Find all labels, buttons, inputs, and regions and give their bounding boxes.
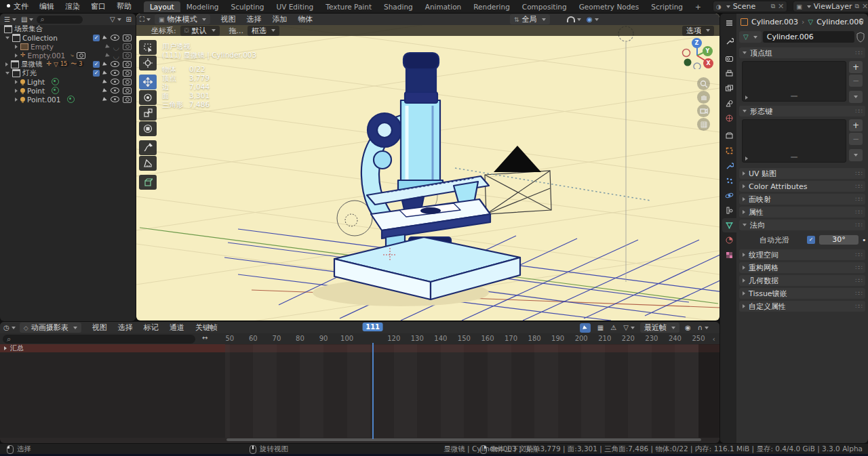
outliner-row-light[interactable]: Light xyxy=(0,77,136,86)
render-icon[interactable] xyxy=(123,70,132,77)
tab-animation[interactable]: Animation xyxy=(419,1,468,12)
zoom-button[interactable] xyxy=(697,77,710,90)
auto-smooth-checkbox[interactable]: ✓ xyxy=(807,236,815,244)
axis-y-handle[interactable]: Y xyxy=(703,46,713,56)
playhead[interactable] xyxy=(372,343,374,439)
perspective-toggle-button[interactable] xyxy=(697,118,710,131)
breadcrumb-object[interactable]: Cylinder.003 xyxy=(751,18,798,26)
options-button[interactable]: 选项 xyxy=(682,26,714,36)
panel-remesh[interactable]: 重构网格∷∷ xyxy=(739,262,865,273)
current-frame-badge[interactable]: 111 xyxy=(362,323,383,331)
menu-file[interactable]: 文件 xyxy=(8,1,34,12)
coord-dropdown[interactable]: ⛋默认 xyxy=(180,26,220,36)
tab-scripting[interactable]: Scripting xyxy=(645,1,689,12)
hide-icon[interactable] xyxy=(111,70,119,76)
tab-shading[interactable]: Shading xyxy=(378,1,419,12)
outliner-row-collection[interactable]: Collection ✓ xyxy=(0,33,136,42)
pin-icon[interactable] xyxy=(857,18,865,26)
expand-icon[interactable] xyxy=(15,80,18,84)
vertex-groups-list[interactable]: ══ xyxy=(742,61,846,102)
tool-transform[interactable] xyxy=(139,121,157,136)
animate-dot[interactable]: • xyxy=(862,236,867,245)
camera-view-button[interactable] xyxy=(697,104,710,117)
tab-output[interactable] xyxy=(722,66,736,81)
tool-scale[interactable] xyxy=(139,106,157,121)
outliner-row-point-001[interactable]: Point.001 xyxy=(0,95,136,104)
tab-layout[interactable]: Layout xyxy=(144,1,180,12)
filter-icon[interactable]: ▽ xyxy=(623,324,635,331)
outliner-search-input[interactable]: ⌕ xyxy=(37,16,83,24)
menu-render[interactable]: 渲染 xyxy=(60,1,85,12)
row-label[interactable]: 场景集合 xyxy=(14,24,43,34)
panel-attributes[interactable]: 属性∷∷ xyxy=(739,207,865,217)
tab-object-data[interactable] xyxy=(722,218,736,232)
row-label[interactable]: 灯光 xyxy=(22,68,37,78)
outliner-row-microscope[interactable]: 显微镜 ✛ ▽ 15 〜 3 ✓ xyxy=(0,60,136,68)
fake-user-shield-icon[interactable] xyxy=(856,32,865,43)
list-filter-toggle[interactable] xyxy=(745,96,748,100)
panel-color-attributes[interactable]: Color Attributes∷∷ xyxy=(739,181,865,192)
tab-constraints[interactable] xyxy=(722,203,736,217)
remove-viewlayer-icon[interactable]: ✕ xyxy=(862,2,868,11)
add-vertex-group-button[interactable]: + xyxy=(849,61,863,73)
tab-material[interactable] xyxy=(722,233,736,247)
expand-icon[interactable] xyxy=(15,54,18,58)
row-label[interactable]: Empty xyxy=(31,43,54,51)
row-label[interactable]: Light xyxy=(27,78,45,86)
outliner-row-empty[interactable]: Empty ◡ xyxy=(0,42,136,51)
panel-face-maps[interactable]: 面映射∷∷ xyxy=(739,194,865,205)
menu-channel[interactable]: 通道 xyxy=(164,323,190,333)
tab-compositing[interactable]: Compositing xyxy=(516,1,573,12)
new-viewlayer-icon[interactable]: ⧉ xyxy=(855,3,859,10)
selectable-icon[interactable] xyxy=(102,70,108,76)
tab-collection[interactable] xyxy=(722,129,736,143)
new-collection-icon[interactable]: ⊞ xyxy=(126,16,132,23)
tab-particles[interactable] xyxy=(722,173,736,188)
shape-key-specials-button[interactable] xyxy=(849,149,863,161)
tool-select-box[interactable] xyxy=(139,40,157,55)
add-shape-key-button[interactable]: + xyxy=(849,119,863,131)
render-icon[interactable] xyxy=(123,87,132,94)
expand-icon[interactable] xyxy=(15,45,18,49)
shape-keys-list[interactable]: ══ xyxy=(742,119,846,163)
proportional-edit-icon[interactable]: ◉ xyxy=(685,324,691,331)
new-scene-icon[interactable]: ⧉ xyxy=(771,3,775,10)
expand-icon[interactable] xyxy=(5,37,9,39)
panel-vertex-groups[interactable]: 顶点组∷∷ xyxy=(739,47,865,58)
tab-uv-editing[interactable]: UV Editing xyxy=(271,1,320,12)
pan-button[interactable] xyxy=(697,91,710,104)
editor-type-icon[interactable]: ⛶ xyxy=(140,16,151,24)
auto-smooth-angle-field[interactable]: 30° xyxy=(819,235,859,245)
tab-render[interactable] xyxy=(722,51,736,66)
tool-rotate[interactable] xyxy=(139,90,157,105)
row-label[interactable]: Point.001 xyxy=(27,96,60,104)
menu-select[interactable]: 选择 xyxy=(113,323,138,333)
selectable-icon[interactable] xyxy=(102,62,108,67)
menu-view[interactable]: 视图 xyxy=(87,323,113,333)
panel-tissue[interactable]: Tissue镶嵌∷∷ xyxy=(739,288,865,299)
row-label[interactable]: Collection xyxy=(22,34,58,42)
panel-geometry-data[interactable]: 几何数据∷∷ xyxy=(739,275,865,286)
collection-checkbox[interactable]: ✓ xyxy=(93,61,100,68)
tab-view-layer[interactable] xyxy=(722,81,736,96)
panel-shape-keys[interactable]: 形态键∷∷ xyxy=(739,106,865,117)
tab-modeling[interactable]: Modeling xyxy=(180,1,225,12)
breadcrumb-data[interactable]: Cylinder.006 xyxy=(816,18,863,26)
remove-shape-key-button[interactable]: − xyxy=(849,133,863,145)
tab-geometry-nodes[interactable]: Geometry Nodes xyxy=(573,1,646,12)
expand-icon[interactable] xyxy=(5,62,8,66)
tab-scene[interactable] xyxy=(722,96,736,110)
tab-modifiers[interactable] xyxy=(722,159,736,173)
hide-icon[interactable] xyxy=(111,79,119,85)
outliner-row-empty-001[interactable]: ✛ Empty.001 ⤷ ◡ xyxy=(0,51,136,60)
tab-object[interactable] xyxy=(722,144,736,158)
render-icon[interactable] xyxy=(123,96,132,103)
vertex-group-specials-button[interactable] xyxy=(849,91,863,103)
viewport-canvas[interactable]: 用户透视 (111) 显微镜 | Cylinder.003 物体0/22 顶点3… xyxy=(136,14,719,320)
row-label[interactable]: Point xyxy=(27,87,45,95)
hide-icon[interactable] xyxy=(111,61,119,67)
ghost-icon[interactable]: ▦ xyxy=(597,324,604,331)
scroll-left-indicator[interactable]: ‹ xyxy=(713,335,715,344)
viewlayer-selector[interactable]: ▣ ViewLayer ⧉ ✕ xyxy=(793,1,868,12)
render-icon[interactable] xyxy=(123,61,132,68)
